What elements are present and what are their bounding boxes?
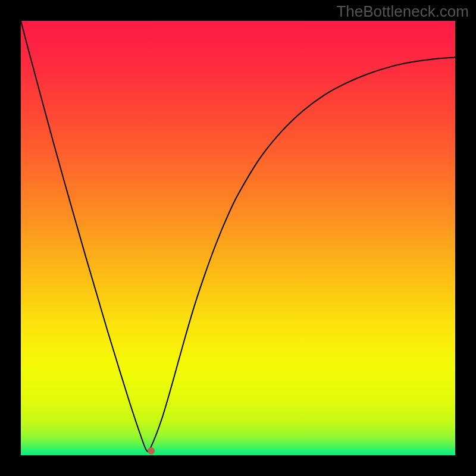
bottleneck-curve	[21, 21, 455, 455]
plot-area	[21, 21, 455, 455]
watermark-text: TheBottleneck.com	[336, 2, 469, 21]
chart-container: TheBottleneck.com	[0, 0, 476, 476]
svg-point-1	[148, 447, 155, 455]
